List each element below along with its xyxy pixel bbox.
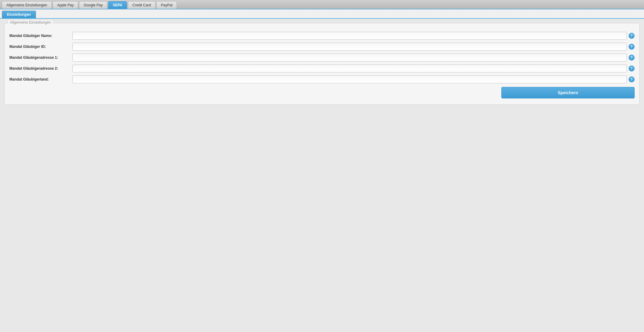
input-mandatName[interactable]: [72, 32, 627, 40]
form-row-mandatId: Mandat Gläubiger ID:?: [9, 43, 635, 51]
nav-tab-googlepay[interactable]: Google Pay: [79, 1, 107, 9]
settings-group: Allgemeine Einstellungen Mandat Gläubige…: [4, 23, 640, 105]
help-icon-mandatLand[interactable]: ?: [629, 76, 635, 82]
sub-tab-einstellungen[interactable]: Einstellungen: [2, 11, 36, 18]
help-icon-mandatAddr2[interactable]: ?: [629, 65, 635, 71]
save-row: Speichern: [9, 87, 635, 98]
help-icon-mandatId[interactable]: ?: [629, 44, 635, 50]
sub-nav: Einstellungen: [0, 9, 644, 19]
input-mandatAddr2[interactable]: [72, 65, 627, 72]
help-icon-mandatAddr1[interactable]: ?: [629, 55, 635, 61]
input-wrapper-mandatAddr2: ?: [72, 65, 635, 72]
nav-tab-creditcard[interactable]: Credit Card: [128, 1, 155, 9]
input-mandatAddr1[interactable]: [72, 54, 627, 61]
nav-tab-allgemeine[interactable]: Allgemeine Einstellungen: [2, 1, 52, 9]
label-mandatAddr1: Mandat Gläubigeradresse 1:: [9, 55, 70, 60]
nav-tab-paypal[interactable]: PayPal: [156, 1, 177, 9]
form-row-mandatAddr1: Mandat Gläubigeradresse 1:?: [9, 54, 635, 61]
save-button[interactable]: Speichern: [501, 87, 635, 98]
label-mandatAddr2: Mandat Gläubigeradresse 2:: [9, 66, 70, 71]
label-mandatLand: Mandat Gläubigerland:: [9, 77, 70, 81]
input-wrapper-mandatName: ?: [72, 32, 635, 40]
form-row-mandatName: Mandat Gläubiger Name:?: [9, 32, 635, 40]
label-mandatId: Mandat Gläubiger ID:: [9, 45, 70, 49]
label-mandatName: Mandat Gläubiger Name:: [9, 34, 70, 38]
form-row-mandatLand: Mandat Gläubigerland:?: [9, 75, 635, 83]
main-content: Allgemeine Einstellungen Mandat Gläubige…: [0, 19, 644, 112]
input-wrapper-mandatId: ?: [72, 43, 635, 51]
form-row-mandatAddr2: Mandat Gläubigeradresse 2:?: [9, 65, 635, 72]
nav-tab-applepay[interactable]: Apple Pay: [53, 1, 78, 9]
nav-tab-sepa[interactable]: SEPA: [108, 1, 127, 9]
top-nav: Allgemeine EinstellungenApple PayGoogle …: [0, 0, 644, 9]
input-mandatLand[interactable]: [72, 75, 627, 83]
settings-group-legend: Allgemeine Einstellungen: [8, 20, 53, 25]
input-wrapper-mandatLand: ?: [72, 75, 635, 83]
input-mandatId[interactable]: [72, 43, 627, 51]
input-wrapper-mandatAddr1: ?: [72, 54, 635, 61]
help-icon-mandatName[interactable]: ?: [629, 33, 635, 39]
